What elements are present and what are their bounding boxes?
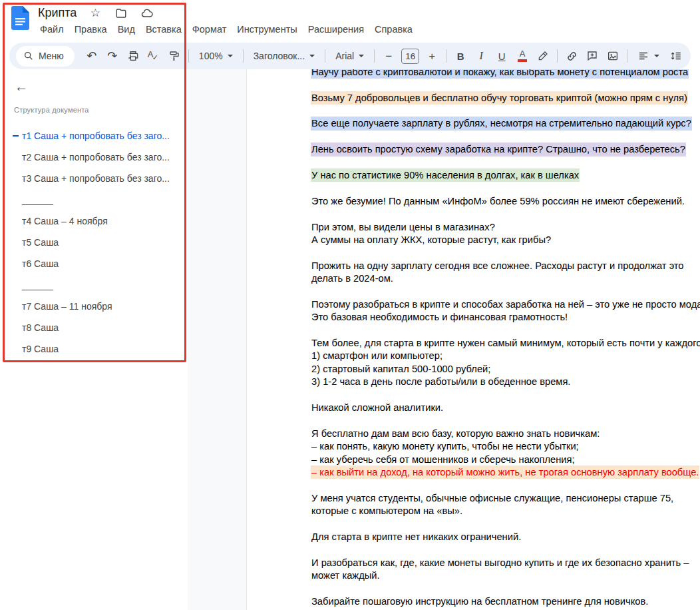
outline-item-3[interactable]: т3 Саша + попробовать без заго... [0, 168, 188, 189]
text-color-button[interactable]: A [512, 46, 532, 66]
underline-button[interactable]: U [492, 46, 512, 66]
paragraph-2: Возьму 7 добровольцев и бесплатно обучу … [311, 92, 700, 105]
print-button[interactable] [123, 46, 143, 66]
menu-item-6[interactable]: Инструменты [232, 21, 302, 37]
star-icon[interactable]: ☆ [88, 6, 102, 21]
undo-button[interactable]: ↶ [82, 46, 102, 66]
menu-item-4[interactable]: Вставка [140, 21, 187, 37]
line-spacing-icon [670, 50, 682, 62]
chevron-down-icon [228, 55, 233, 57]
text-line: Никакой сложной аналитики. [311, 402, 700, 414]
text-line: – как понять, какую монету купить, чтобы… [311, 440, 700, 453]
underline-icon: U [498, 51, 506, 61]
bold-button[interactable]: B [450, 46, 470, 66]
outline-panel-title: Структура документа [14, 106, 89, 114]
text-color-icon: A [518, 50, 527, 62]
paragraph-10: Тем более, для старта в крипте нужен сам… [311, 337, 700, 389]
highlight-color-button[interactable] [533, 46, 553, 66]
app-header: Крипта ☆ ФайлПравкаВидВставкаФорматИнстр… [0, 0, 700, 41]
text-line: может каждый. [311, 569, 700, 582]
text-line: И разобраться как, где, какие монеты выг… [311, 557, 700, 569]
text-line: Для старта в крипте нет никаких ограниче… [311, 531, 700, 543]
paragraph-11: Никакой сложной аналитики. [311, 402, 700, 414]
spell-check-button[interactable]: A✓ [144, 46, 164, 66]
close-outline-button[interactable]: ← [10, 75, 33, 98]
text-line: делать в 2024-ом. [311, 272, 700, 285]
google-docs-logo-icon[interactable] [11, 6, 29, 30]
paragraph-12: Я бесплатно дам вам всю базу, которую ва… [311, 428, 700, 479]
text-line: 3) 1-2 часа в день после работы/или в об… [311, 376, 700, 388]
menu-item-1[interactable]: Файл [35, 21, 69, 37]
insert-link-button[interactable] [562, 46, 582, 66]
insert-image-button[interactable] [603, 46, 623, 66]
text-line: У меня учатся студенты, обычные офисные … [311, 492, 700, 505]
outline-item-10[interactable]: т8 Саша [0, 317, 188, 338]
toolbar-separator [188, 49, 189, 63]
doc-page[interactable]: Научу работе с криптовалютой и покажу, к… [246, 69, 700, 610]
align-dropdown[interactable] [631, 46, 665, 66]
outline-item-7[interactable]: т6 Саша [0, 253, 188, 274]
menu-item-3[interactable]: Вид [112, 21, 140, 37]
print-icon [127, 50, 139, 62]
menu-bar: ФайлПравкаВидВставкаФорматИнструментыРас… [35, 21, 418, 37]
outline-item-11[interactable]: т9 Саша [0, 338, 188, 360]
document-canvas: Научу работе с криптовалютой и покажу, к… [188, 69, 700, 610]
outline-item-5[interactable]: т4 Саша – 4 ноября [0, 210, 188, 232]
outline-item-2[interactable]: т2 Саша + попробовать без заго... [0, 147, 188, 168]
add-comment-button[interactable] [582, 46, 602, 66]
text-line: Поэтому разобраться в крипте и способах … [311, 298, 700, 311]
outline-item-1[interactable]: т1 Саша + попробовать без заго... [0, 125, 188, 147]
text-line: У нас по статистике 90% населения в долг… [311, 169, 700, 182]
paint-format-icon [168, 50, 180, 62]
redo-button[interactable]: ↷ [102, 46, 122, 66]
paragraph-13: У меня учатся студенты, обычные офисные … [311, 492, 700, 518]
outline-item-9[interactable]: т7 Саша – 11 ноября [0, 296, 188, 317]
undo-icon: ↶ [87, 50, 96, 62]
menu-item-5[interactable]: Формат [187, 21, 232, 37]
outline-item-8[interactable]: ______ [0, 274, 188, 296]
doc-text: Научу работе с криптовалютой и покажу, к… [247, 69, 700, 608]
align-left-icon [637, 50, 649, 62]
search-menus-button[interactable]: Меню [16, 46, 75, 67]
text-line: 1) смартфон или компьютер; [311, 350, 700, 363]
menu-item-7[interactable]: Расширения [303, 21, 369, 37]
menu-item-2[interactable]: Правка [69, 21, 112, 37]
text-color-indicator-bar [518, 59, 527, 62]
chevron-down-icon [359, 55, 364, 57]
search-menus-label: Меню [39, 51, 64, 61]
paragraph-3: Все еще получаете зарплату в рублях, нес… [311, 118, 700, 131]
zoom-dropdown[interactable]: 100% [193, 46, 239, 66]
document-title[interactable]: Крипта [38, 6, 77, 20]
text-line: – как выйти на доход, на который можно ж… [311, 466, 700, 479]
outline-item-6[interactable]: т5 Саша [0, 232, 188, 253]
link-icon [566, 50, 578, 63]
paragraph-style-value: Заголовок... [254, 51, 305, 61]
text-line: – как уберечь себя от мошенников и сбере… [311, 454, 700, 466]
comment-add-icon [586, 50, 598, 62]
move-folder-icon[interactable] [114, 6, 128, 21]
italic-button[interactable]: I [471, 46, 491, 66]
outline-item-4[interactable]: ______ [0, 189, 188, 210]
text-line: которые с компьютером на «вы». [311, 505, 700, 517]
line-spacing-button[interactable] [666, 46, 686, 66]
chevron-down-icon [309, 55, 315, 57]
font-family-value: Arial [335, 51, 354, 61]
image-icon [607, 50, 619, 62]
text-line: Я бесплатно дам вам всю базу, которую ва… [311, 428, 700, 440]
paragraph-styles-dropdown[interactable]: Заголовок... [248, 46, 321, 66]
text-line: При этом, вы видели цены в магазинах? [311, 221, 700, 234]
toolbar-separator [325, 49, 325, 63]
cloud-saved-status-icon[interactable] [140, 6, 154, 21]
increase-font-size-button[interactable]: + [422, 46, 442, 66]
font-size-input[interactable]: 16 [401, 49, 419, 64]
text-line: Тем более, для старта в крипте нужен сам… [311, 337, 700, 350]
menu-item-8[interactable]: Справка [369, 21, 418, 37]
font-family-dropdown[interactable]: Arial [329, 46, 370, 66]
back-arrow-icon: ← [15, 79, 28, 95]
toolbar-separator [374, 49, 375, 63]
paragraph-9: Поэтому разобраться в крипте и способах … [311, 298, 700, 324]
decrease-font-size-button[interactable]: − [379, 46, 399, 66]
text-line: Это базовая необходимость и финансовая г… [311, 311, 700, 324]
paint-format-button[interactable] [164, 46, 184, 66]
outline-list: т1 Саша + попробовать без заго...т2 Саша… [0, 125, 188, 360]
